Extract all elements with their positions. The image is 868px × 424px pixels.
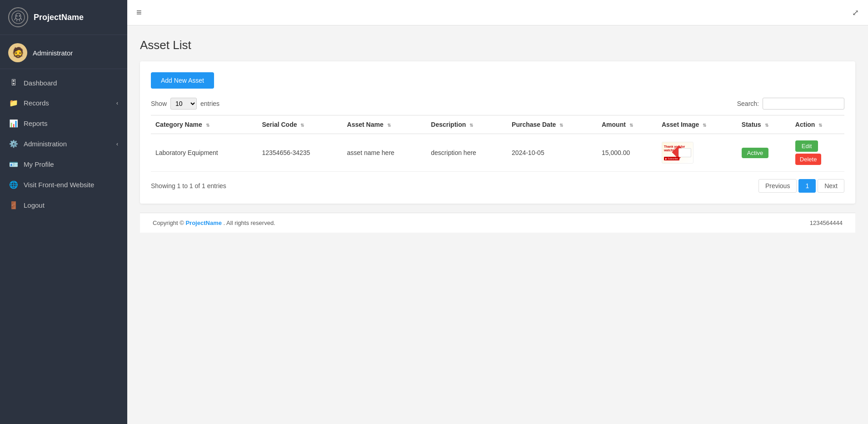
- hamburger-button[interactable]: ≡: [136, 7, 142, 18]
- svg-point-1: [15, 13, 21, 20]
- records-icon: 📁: [9, 99, 18, 107]
- reports-icon: 📊: [9, 119, 18, 128]
- sidebar-user: 🧔 Administrator: [0, 35, 127, 69]
- dashboard-icon: 🎛: [9, 79, 18, 87]
- chevron-left-icon: ‹: [116, 141, 118, 147]
- showing-entries-text: Showing 1 to 1 of 1 entries: [151, 182, 226, 190]
- logout-icon: 🚪: [9, 201, 18, 210]
- user-avatar: 🧔: [8, 43, 27, 62]
- cell-status: Active: [737, 134, 791, 172]
- sidebar-nav: 🎛 Dashboard 📁 Records ‹ 📊 Reports ⚙️ Adm…: [0, 69, 127, 424]
- globe-icon: 🌐: [9, 180, 18, 189]
- chevron-left-icon: ‹: [116, 100, 118, 106]
- cell-asset-image: Thank you forwatching ▶ Subscribe: [657, 134, 737, 172]
- entries-label: entries: [200, 100, 219, 107]
- col-serial-code: Serial Code ⇅: [257, 115, 342, 134]
- sort-icon[interactable]: ⇅: [387, 123, 391, 128]
- col-purchase-date: Purchase Date ⇅: [507, 115, 597, 134]
- main-content: ≡ ⤢ Asset List Add New Asset Show 10 25 …: [127, 0, 868, 424]
- status-badge: Active: [742, 148, 768, 158]
- asset-list-card: Add New Asset Show 10 25 50 100 entries …: [140, 61, 855, 204]
- sidebar-item-label: Reports: [24, 120, 48, 127]
- cell-serial-code: 12354656-34235: [257, 134, 342, 172]
- sidebar-item-administration[interactable]: ⚙️ Administration ‹: [0, 134, 127, 154]
- sidebar: ProjectName 🧔 Administrator 🎛 Dashboard …: [0, 0, 127, 424]
- next-button[interactable]: Next: [818, 179, 844, 193]
- page-title: Asset List: [140, 38, 855, 52]
- sidebar-item-label: Dashboard: [24, 79, 57, 87]
- svg-line-2: [15, 18, 15, 20]
- delete-button[interactable]: Delete: [795, 154, 822, 165]
- cell-asset-name: asset name here: [343, 134, 427, 172]
- cell-category-name: Laboratory Equipment: [151, 134, 257, 172]
- topbar: ≡ ⤢: [127, 0, 868, 25]
- footer-version: 1234564444: [810, 219, 843, 226]
- svg-point-0: [12, 11, 25, 24]
- table-controls: Show 10 25 50 100 entries Search:: [151, 98, 844, 110]
- sidebar-item-label: Records: [24, 99, 49, 107]
- asset-image-thumbnail: Thank you forwatching ▶ Subscribe: [662, 142, 693, 164]
- sort-icon[interactable]: ⇅: [629, 123, 633, 128]
- img-white-shape: [678, 148, 691, 157]
- sidebar-item-label: My Profile: [24, 160, 54, 168]
- show-entries-control: Show 10 25 50 100 entries: [151, 98, 219, 110]
- cell-description: description here: [426, 134, 507, 172]
- search-label: Search:: [737, 100, 759, 107]
- sidebar-item-logout[interactable]: 🚪 Logout: [0, 195, 127, 215]
- sidebar-item-dashboard[interactable]: 🎛 Dashboard: [0, 73, 127, 93]
- table-row: Laboratory Equipment 12354656-34235 asse…: [151, 134, 844, 172]
- sidebar-item-records[interactable]: 📁 Records ‹: [0, 93, 127, 113]
- sort-icon[interactable]: ⇅: [300, 123, 304, 128]
- profile-icon: 🪪: [9, 160, 18, 169]
- cell-action: Edit Delete: [791, 134, 844, 172]
- page-content: Asset List Add New Asset Show 10 25 50 1…: [127, 25, 868, 424]
- footer-brand-name: ProjectName: [185, 219, 221, 226]
- cell-purchase-date: 2024-10-05: [507, 134, 597, 172]
- col-amount: Amount ⇅: [597, 115, 657, 134]
- rights-text: . All rights reserved.: [224, 219, 275, 226]
- sort-icon[interactable]: ⇅: [559, 123, 563, 128]
- svg-line-3: [21, 18, 22, 20]
- col-category-name: Category Name ⇅: [151, 115, 257, 134]
- sort-icon[interactable]: ⇅: [206, 123, 210, 128]
- sidebar-item-my-profile[interactable]: 🪪 My Profile: [0, 154, 127, 175]
- page-footer: Copyright © ProjectName . All rights res…: [140, 213, 855, 233]
- show-label: Show: [151, 100, 167, 107]
- sort-icon[interactable]: ⇅: [469, 123, 473, 128]
- add-new-asset-button[interactable]: Add New Asset: [151, 72, 214, 89]
- search-input[interactable]: [763, 98, 844, 110]
- entries-select[interactable]: 10 25 50 100: [170, 98, 197, 110]
- table-footer: Showing 1 to 1 of 1 entries Previous 1 N…: [151, 179, 844, 193]
- pagination: Previous 1 Next: [758, 179, 844, 193]
- footer-copyright: Copyright © ProjectName . All rights res…: [153, 219, 275, 226]
- sort-icon[interactable]: ⇅: [818, 123, 822, 128]
- col-asset-image: Asset Image ⇅: [657, 115, 737, 134]
- sidebar-item-reports[interactable]: 📊 Reports: [0, 113, 127, 134]
- col-asset-name: Asset Name ⇅: [343, 115, 427, 134]
- copyright-text: Copyright ©: [153, 219, 184, 226]
- sidebar-item-label: Administration: [24, 140, 67, 148]
- previous-button[interactable]: Previous: [758, 179, 797, 193]
- sidebar-item-label: Visit Front-end Website: [24, 181, 94, 189]
- edit-button[interactable]: Edit: [795, 140, 818, 152]
- svg-point-7: [19, 15, 20, 17]
- col-status: Status ⇅: [737, 115, 791, 134]
- svg-point-6: [16, 15, 18, 17]
- sort-icon[interactable]: ⇅: [765, 123, 768, 128]
- administration-icon: ⚙️: [9, 140, 18, 148]
- cell-amount: 15,000.00: [597, 134, 657, 172]
- col-description: Description ⇅: [426, 115, 507, 134]
- search-box: Search:: [737, 98, 844, 110]
- sort-icon[interactable]: ⇅: [703, 123, 706, 128]
- img-subscribe-badge: ▶ Subscribe: [664, 157, 679, 160]
- col-action: Action ⇅: [791, 115, 844, 134]
- expand-icon[interactable]: ⤢: [852, 8, 859, 18]
- brand-name: ProjectName: [34, 13, 84, 22]
- sidebar-brand: ProjectName: [0, 0, 127, 35]
- page-1-button[interactable]: 1: [798, 179, 816, 193]
- brand-logo-icon: [8, 7, 28, 27]
- sidebar-item-visit-frontend[interactable]: 🌐 Visit Front-end Website: [0, 175, 127, 195]
- asset-table: Category Name ⇅ Serial Code ⇅ Asset Name…: [151, 115, 844, 172]
- user-name: Administrator: [33, 49, 73, 57]
- sidebar-item-label: Logout: [24, 201, 45, 209]
